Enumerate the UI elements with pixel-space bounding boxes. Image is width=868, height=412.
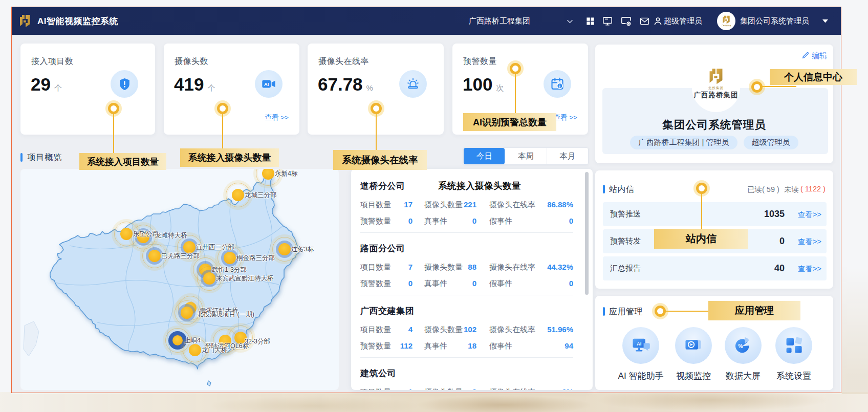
messages-read-count[interactable]: 已读( 59 ) (747, 185, 779, 194)
message-row-汇总报告: 汇总报告 40 查看>> (603, 256, 827, 280)
stat-label: 预警数量 (360, 216, 391, 226)
guide-tip-card2: 系统接入摄像头数量 (180, 148, 279, 167)
avatar[interactable]: 广西路桥集团 (717, 12, 735, 30)
stat-card-title: 摄像头数 (175, 56, 208, 67)
company-logo-caption: 北投集团 (692, 86, 740, 91)
stat-value: 86.88% (547, 200, 573, 210)
stat-label: 项目数量 (360, 325, 391, 335)
chevron-down-icon[interactable] (566, 7, 574, 35)
guide-connector-line (222, 114, 223, 149)
svg-text:%: % (739, 343, 743, 349)
stat-value: 0 (569, 279, 573, 289)
stat-card-value: 67.78% (318, 69, 373, 103)
stat-card-1: 接入项目数 29个 (20, 44, 155, 135)
stat-label: 摄像头数量 (424, 325, 463, 335)
app-label: 视频监控 (667, 370, 720, 382)
guide-dot-messages (696, 183, 707, 194)
stat-value: 1 (408, 387, 413, 390)
guide-dot-card2 (217, 103, 228, 114)
guide-dot-profile (751, 81, 763, 93)
ai-camera-icon: AI (255, 70, 283, 98)
user-icon[interactable] (653, 7, 663, 35)
company-name: 广西交建集团 (360, 305, 414, 317)
stat-label: 摄像头在线率 (489, 263, 535, 272)
guide-tip-card3: 系统摄像头在线率 (333, 150, 427, 170)
stat-value: 94 (565, 341, 573, 351)
app-title: AI智能视频监控系统 (37, 7, 118, 35)
role-badge: 超级管理员 (744, 136, 798, 149)
app-item-AI 智能助手[interactable]: AI AI 智能助手 (614, 327, 667, 382)
stat-card-unit: 个 (54, 83, 62, 92)
guangxi-map[interactable] (20, 169, 339, 390)
stat-value: 0 (408, 216, 413, 226)
svg-text:AI: AI (264, 82, 269, 87)
monitor-icon[interactable] (602, 7, 613, 35)
stat-label: 项目数量 (360, 387, 391, 390)
view-link[interactable]: 查看 >> (265, 113, 289, 122)
stat-label: 项目数量 (360, 263, 391, 272)
org-selector[interactable]: 广西路桥工程集团 (469, 7, 530, 35)
map-marker-label: 龙门大桥 (202, 346, 227, 355)
calendar-info-icon (544, 70, 571, 98)
stat-value: 0 (408, 279, 413, 289)
stat-value: 4 (408, 325, 413, 335)
section-bar (603, 307, 605, 316)
messages-unread-label[interactable]: 未读 (784, 185, 799, 194)
app-item-系统设置[interactable]: 系统设置 (767, 327, 820, 382)
scrollbar-thumb[interactable] (585, 172, 589, 295)
mail-icon[interactable] (639, 7, 650, 35)
stat-card-unit: 个 (207, 83, 215, 92)
stat-label: 摄像头在线率 (489, 325, 535, 335)
company-stats-panel: 道桥分公司 项目数量17 摄像头数量221 摄像头在线率86.88% 预警数量0… (351, 169, 593, 390)
edit-button[interactable]: 编辑 (801, 51, 827, 61)
stat-card-2: 摄像头数 419个 AI 查看 >> (164, 44, 299, 135)
map-marker-label: 巴羌路三分部 (161, 252, 200, 261)
app-label: 系统设置 (767, 370, 820, 382)
guide-dot-card1 (108, 103, 119, 114)
stat-value: 221 (464, 200, 476, 210)
stat-label: 摄像头数量 (424, 387, 463, 390)
top-navbar: AI智能视频监控系统 广西路桥工程集团 超级管理员 广西路桥集团 集团公司系统管… (12, 7, 841, 35)
stat-value: 88 (468, 263, 476, 272)
stat-label: 摄像头在线率 (489, 387, 535, 390)
view-link[interactable]: 查看>> (798, 210, 821, 220)
view-link[interactable]: 查看 >> (553, 113, 577, 122)
guide-tip-apps: 应用管理 (708, 301, 800, 320)
guide-connector-line (665, 311, 708, 312)
guide-connector-line (762, 86, 796, 87)
stat-label: 真事件 (424, 341, 447, 351)
user-menu[interactable]: 集团公司系统管理员 (740, 7, 809, 35)
tab-本月[interactable]: 本月 (547, 148, 588, 164)
app-item-视频监控[interactable]: 视频监控 (667, 327, 720, 382)
stat-value: 44.32% (547, 263, 573, 272)
pencil-icon (801, 51, 810, 61)
stat-card-title: 摄像头在线率 (318, 56, 369, 67)
guide-tip-messages: 站内信 (654, 229, 748, 249)
messages-unread-count[interactable]: ( 1122 ) (800, 185, 826, 193)
message-label: 汇总报告 (610, 264, 641, 273)
app-label: 数据大屏 (717, 370, 770, 382)
caret-down-icon[interactable] (822, 7, 828, 35)
stat-label: 预警数量 (360, 341, 391, 351)
ai-assistant-icon: AI (622, 327, 659, 364)
company-name: 建筑公司 (360, 367, 396, 379)
period-tabs: 今日本周本月 (463, 147, 589, 165)
profile-user-name: 集团公司系统管理员 (595, 117, 833, 132)
stat-value: 102 (464, 325, 476, 335)
guide-connector-line (113, 114, 114, 154)
app-item-数据大屏[interactable]: % 数据大屏 (717, 327, 770, 382)
view-link[interactable]: 查看>> (798, 237, 821, 247)
tab-今日[interactable]: 今日 (464, 148, 505, 164)
stat-value: 0 (472, 279, 476, 289)
company-name: 路面分公司 (360, 243, 405, 254)
map-panel: 永新4标龙城三分部乐望公路龙滩特大桥宜州西二分部巴羌路三分部桐金路三分部连贺3标… (20, 169, 339, 390)
tab-本周[interactable]: 本周 (505, 148, 546, 164)
section-bar (20, 153, 23, 162)
grid-icon[interactable] (585, 7, 595, 35)
stat-label: 摄像头数量 (424, 263, 463, 272)
view-link[interactable]: 查看>> (798, 264, 821, 274)
stat-label: 真事件 (424, 279, 447, 289)
stat-label: 假事件 (489, 341, 512, 351)
company-logo-icon (708, 68, 724, 85)
monitor-gear-icon[interactable] (620, 7, 632, 35)
